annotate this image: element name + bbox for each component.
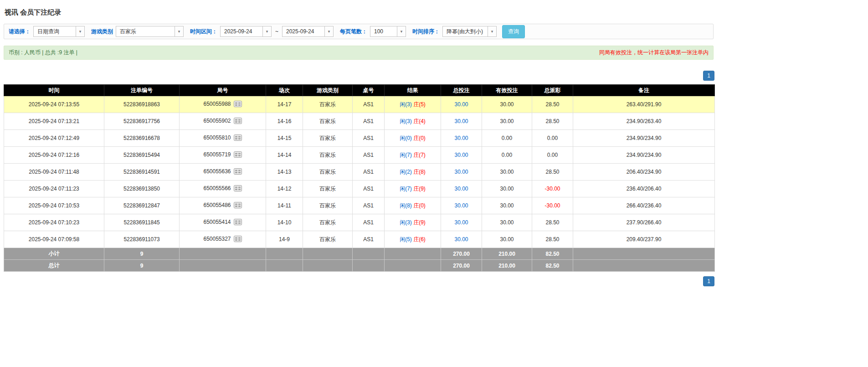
subtotal-payout: 82.50 — [532, 248, 573, 260]
total-bet-link[interactable]: 30.00 — [454, 101, 468, 108]
total-bet-link[interactable]: 30.00 — [454, 202, 468, 209]
page-number-button[interactable]: 1 — [703, 71, 714, 81]
chevron-down-icon[interactable]: ▾ — [175, 26, 183, 36]
cell-empty — [573, 248, 715, 260]
cell-session: 14-9 — [266, 231, 303, 248]
round-id-text: 650055486 — [203, 202, 231, 208]
total-bet-link[interactable]: 30.00 — [454, 219, 468, 226]
result-banker: 庄(4) — [413, 118, 426, 124]
round-detail-icon[interactable] — [234, 185, 242, 193]
table-row: 2025-09-24 07:13:55522836918863650055988… — [4, 96, 715, 113]
cell-total-bet: 30.00 — [441, 130, 482, 147]
result-player: 闲(0) — [400, 135, 412, 141]
cell-empty — [385, 260, 441, 272]
cell-result: 闲(3) 庄(9) — [385, 214, 441, 231]
cell-bet-id: 522836916678 — [104, 130, 180, 147]
total-bet-link[interactable]: 30.00 — [454, 118, 468, 124]
page-number-button[interactable]: 1 — [703, 276, 714, 286]
result-player: 闲(7) — [400, 186, 412, 192]
page-title: 视讯 会员下注纪录 — [5, 8, 714, 17]
search-button[interactable]: 查询 — [502, 25, 525, 38]
subtotal-valid-bet: 210.00 — [482, 248, 532, 260]
cell-time: 2025-09-24 07:11:23 — [4, 181, 104, 197]
cell-remark: 206.40/234.90 — [573, 164, 715, 181]
cell-table-no: AS1 — [353, 130, 385, 147]
round-detail-icon[interactable] — [234, 101, 242, 109]
total-bet-link[interactable]: 30.00 — [454, 236, 468, 243]
table-row: 2025-09-24 07:13:21522836917756650055902… — [4, 113, 715, 130]
total-total-bet: 270.00 — [441, 260, 482, 272]
chevron-down-icon[interactable]: ▾ — [397, 26, 406, 36]
total-bet-link[interactable]: 30.00 — [454, 135, 468, 141]
result-banker: 庄(5) — [413, 101, 426, 108]
cell-time: 2025-09-24 07:10:23 — [4, 214, 104, 231]
total-bet-link[interactable]: 30.00 — [454, 152, 468, 158]
cell-time: 2025-09-24 07:13:21 — [4, 113, 104, 130]
table-row: 2025-09-24 07:10:53522836912847650055486… — [4, 197, 715, 214]
cell-game-type: 百家乐 — [303, 164, 353, 181]
round-id-text: 650055988 — [203, 101, 231, 107]
page-size-value: 100 — [370, 26, 397, 36]
date-to-value: 2025-09-24 — [282, 26, 324, 36]
cell-time: 2025-09-24 07:11:48 — [4, 164, 104, 181]
cell-table-no: AS1 — [353, 181, 385, 197]
total-bet-link[interactable]: 30.00 — [454, 186, 468, 192]
header-game-type: 游戏类别 — [303, 85, 353, 96]
cell-session: 14-15 — [266, 130, 303, 147]
cell-session: 14-11 — [266, 197, 303, 214]
sort-order-select[interactable]: 降幂(由大到小) ▾ — [442, 26, 497, 37]
round-id-text: 650055636 — [203, 168, 231, 175]
round-detail-icon[interactable] — [234, 118, 242, 125]
cell-valid-bet: 0.00 — [482, 147, 532, 164]
result-banker: 庄(7) — [413, 152, 426, 158]
round-id-text: 650055414 — [203, 219, 231, 225]
cell-table-no: AS1 — [353, 231, 385, 248]
cell-empty — [303, 248, 353, 260]
cell-bet-id: 522836913850 — [104, 181, 180, 197]
header-session: 场次 — [266, 85, 303, 96]
cell-payout: 28.50 — [532, 164, 573, 181]
cell-session: 14-12 — [266, 181, 303, 197]
cell-round-id: 650055719 — [180, 147, 266, 164]
total-row: 总计 9 270.00 210.00 82.50 — [4, 260, 715, 272]
round-detail-icon[interactable] — [234, 202, 242, 210]
round-detail-icon[interactable] — [234, 168, 242, 176]
chevron-down-icon[interactable]: ▾ — [76, 26, 84, 36]
cell-game-type: 百家乐 — [303, 214, 353, 231]
table-body: 2025-09-24 07:13:55522836918863650055988… — [4, 96, 715, 248]
cell-empty — [180, 260, 266, 272]
cell-empty — [353, 248, 385, 260]
round-detail-icon[interactable] — [234, 151, 242, 159]
cell-bet-id: 522836911073 — [104, 231, 180, 248]
chevron-down-icon[interactable]: ▾ — [488, 26, 496, 36]
round-detail-icon[interactable] — [234, 236, 242, 243]
round-id-text: 650055719 — [203, 151, 231, 158]
page-size-select[interactable]: 100 ▾ — [370, 26, 406, 37]
cell-session: 14-16 — [266, 113, 303, 130]
summary-bar: 币别 : 人民币 | 总共 :9 注单 | 同局有效投注，统一计算在该局第一张注… — [4, 46, 714, 60]
pagination-bottom: 1 — [4, 276, 714, 286]
cell-result: 闲(2) 庄(8) — [385, 164, 441, 181]
round-detail-icon[interactable] — [234, 219, 242, 227]
query-type-value: 日期查询 — [34, 26, 76, 36]
header-bet-id: 注单编号 — [104, 85, 180, 96]
cell-payout: 0.00 — [532, 147, 573, 164]
cell-bet-id: 522836918863 — [104, 96, 180, 113]
chevron-down-icon[interactable]: ▾ — [324, 26, 333, 36]
cell-valid-bet: 30.00 — [482, 181, 532, 197]
cell-bet-id: 522836914591 — [104, 164, 180, 181]
cell-round-id: 650055486 — [180, 197, 266, 214]
date-to-select[interactable]: 2025-09-24 ▾ — [282, 26, 334, 37]
date-from-select[interactable]: 2025-09-24 ▾ — [220, 26, 272, 37]
chevron-down-icon[interactable]: ▾ — [262, 26, 271, 36]
total-payout: 82.50 — [532, 260, 573, 272]
cell-remark: 234.90/263.40 — [573, 113, 715, 130]
total-bet-link[interactable]: 30.00 — [454, 169, 468, 175]
round-id-text: 650055810 — [203, 134, 231, 141]
round-detail-icon[interactable] — [234, 134, 242, 142]
query-type-select[interactable]: 日期查询 ▾ — [33, 26, 85, 37]
game-type-select[interactable]: 百家乐 ▾ — [116, 26, 184, 37]
cell-valid-bet: 30.00 — [482, 231, 532, 248]
cell-round-id: 650055988 — [180, 96, 266, 113]
cell-result: 闲(0) 庄(0) — [385, 130, 441, 147]
